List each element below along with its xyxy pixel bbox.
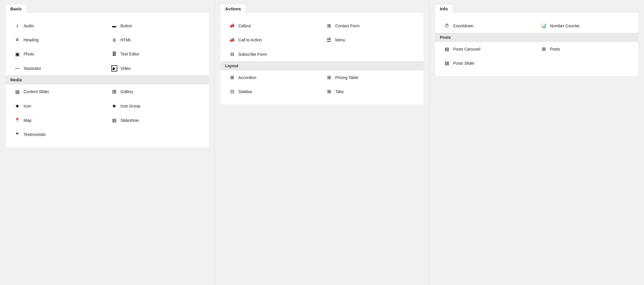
slideshow-item[interactable]: Slideshow bbox=[107, 113, 204, 127]
pricingtable-icon bbox=[325, 74, 332, 80]
texteditor-item[interactable]: Text Editor bbox=[107, 47, 204, 61]
layout-items-grid: Accordion Pricing Table Sidebar Tabs bbox=[225, 70, 419, 99]
info-panel: Info Countdown Number Counter Posts Post… bbox=[430, 0, 644, 285]
accordion-icon bbox=[229, 74, 235, 80]
video-item[interactable]: Video bbox=[107, 61, 204, 75]
empty-posts bbox=[537, 56, 634, 70]
audio-icon bbox=[14, 23, 21, 29]
callout-icon bbox=[229, 23, 235, 29]
countdown-icon bbox=[443, 23, 450, 29]
texteditor-label: Text Editor bbox=[120, 52, 139, 56]
calltoaction-item[interactable]: Call to Action bbox=[225, 33, 322, 47]
postscarousel-item[interactable]: Posts Carousel bbox=[440, 42, 537, 56]
sidebar-item[interactable]: Sidebar bbox=[225, 84, 322, 99]
postsslider-item[interactable]: Posts Slider bbox=[440, 56, 537, 70]
empty-actions bbox=[322, 47, 419, 61]
icongroup-icon bbox=[111, 103, 118, 109]
subscribeform-item[interactable]: Subscribe Form bbox=[225, 47, 322, 61]
posts-items-grid: Posts Carousel Posts Posts Slider bbox=[440, 42, 634, 70]
accordion-label: Accordion bbox=[238, 75, 256, 80]
callout-item[interactable]: Callout bbox=[225, 19, 322, 33]
gallery-label: Gallery bbox=[120, 89, 133, 94]
actions-header: Actions bbox=[221, 5, 246, 13]
html-label: HTML bbox=[120, 38, 131, 42]
audio-label: Audio bbox=[24, 24, 34, 28]
testimonials-icon bbox=[14, 131, 21, 138]
icon-item[interactable]: Icon bbox=[10, 99, 107, 113]
menu-label: Menu bbox=[335, 38, 345, 42]
actions-panel: Actions Callout Contact Form Call to Act… bbox=[215, 0, 430, 285]
calltoaction-icon bbox=[229, 37, 235, 43]
gallery-item[interactable]: Gallery bbox=[107, 84, 204, 99]
postsslider-icon bbox=[443, 60, 450, 66]
html-item[interactable]: HTML bbox=[107, 33, 204, 47]
contactform-item[interactable]: Contact Form bbox=[322, 19, 419, 33]
slideshow-icon bbox=[111, 117, 118, 123]
actions-body: Callout Contact Form Call to Action Menu… bbox=[221, 13, 423, 104]
separator-icon bbox=[14, 65, 21, 71]
numbercounter-icon bbox=[540, 23, 547, 29]
countdown-label: Countdown bbox=[453, 24, 474, 28]
menu-item[interactable]: Menu bbox=[322, 33, 419, 47]
video-icon bbox=[111, 65, 118, 71]
menu-icon bbox=[325, 37, 332, 43]
info-items-grid: Countdown Number Counter bbox=[440, 19, 634, 33]
pricingtable-item[interactable]: Pricing Table bbox=[322, 70, 419, 84]
calltoaction-label: Call to Action bbox=[238, 38, 262, 42]
posts-item[interactable]: Posts bbox=[537, 42, 634, 56]
actions-items-grid: Callout Contact Form Call to Action Menu… bbox=[225, 19, 419, 61]
separator-label: Separator bbox=[24, 66, 41, 71]
media-header: Media bbox=[6, 75, 209, 84]
contentslider-item[interactable]: Content Slider bbox=[10, 84, 107, 99]
media-items-grid: Content Slider Gallery Icon Icon Group M… bbox=[10, 84, 204, 142]
contactform-icon bbox=[325, 23, 332, 29]
photo-item[interactable]: Photo bbox=[10, 47, 107, 61]
button-item[interactable]: Button bbox=[107, 19, 204, 33]
testimonials-label: Testimonials bbox=[24, 132, 46, 137]
icon-label: Icon bbox=[24, 104, 31, 108]
sidebar-icon bbox=[229, 88, 235, 95]
heading-label: Heading bbox=[24, 38, 39, 42]
contentslider-label: Content Slider bbox=[24, 89, 49, 94]
audio-item[interactable]: Audio bbox=[10, 19, 107, 33]
map-icon bbox=[14, 117, 21, 123]
postsslider-label: Posts Slider bbox=[453, 61, 475, 66]
tabs-item[interactable]: Tabs bbox=[322, 84, 419, 99]
slideshow-label: Slideshow bbox=[120, 118, 139, 123]
tabs-label: Tabs bbox=[335, 89, 344, 94]
layout-header: Layout bbox=[221, 61, 423, 70]
posts-header: Posts bbox=[435, 33, 638, 42]
gallery-icon bbox=[111, 88, 118, 95]
basic-body: Audio Button Heading HTML Photo bbox=[6, 13, 209, 147]
countdown-item[interactable]: Countdown bbox=[440, 19, 537, 33]
tabs-icon bbox=[325, 88, 332, 95]
subscribeform-label: Subscribe Form bbox=[238, 52, 267, 57]
numbercounter-label: Number Counter bbox=[550, 24, 580, 28]
basic-header: Basic bbox=[6, 5, 26, 13]
map-label: Map bbox=[24, 118, 31, 123]
contactform-label: Contact Form bbox=[335, 24, 360, 28]
icongroup-item[interactable]: Icon Group bbox=[107, 99, 204, 113]
numbercounter-item[interactable]: Number Counter bbox=[537, 19, 634, 33]
testimonials-item[interactable]: Testimonials bbox=[10, 127, 107, 142]
icongroup-label: Icon Group bbox=[120, 104, 140, 108]
button-icon bbox=[111, 23, 118, 29]
posts-icon bbox=[540, 46, 547, 52]
info-header: Info bbox=[435, 5, 453, 13]
heading-item[interactable]: Heading bbox=[10, 33, 107, 47]
callout-label: Callout bbox=[238, 24, 251, 28]
subscribeform-icon bbox=[229, 51, 235, 57]
map-item[interactable]: Map bbox=[10, 113, 107, 127]
heading-icon bbox=[14, 37, 21, 43]
main-container: Basic Audio Button Heading HTML bbox=[0, 0, 644, 285]
basic-items-grid: Audio Button Heading HTML Photo bbox=[10, 19, 204, 75]
sidebar-label: Sidebar bbox=[238, 89, 252, 94]
video-label: Video bbox=[120, 66, 131, 71]
photo-label: Photo bbox=[24, 52, 34, 56]
empty-media bbox=[107, 127, 204, 142]
button-label: Button bbox=[120, 24, 132, 28]
info-body: Countdown Number Counter Posts Posts Car… bbox=[435, 13, 638, 76]
accordion-item[interactable]: Accordion bbox=[225, 70, 322, 84]
postscarousel-label: Posts Carousel bbox=[453, 47, 480, 51]
separator-item[interactable]: Separator bbox=[10, 61, 107, 75]
